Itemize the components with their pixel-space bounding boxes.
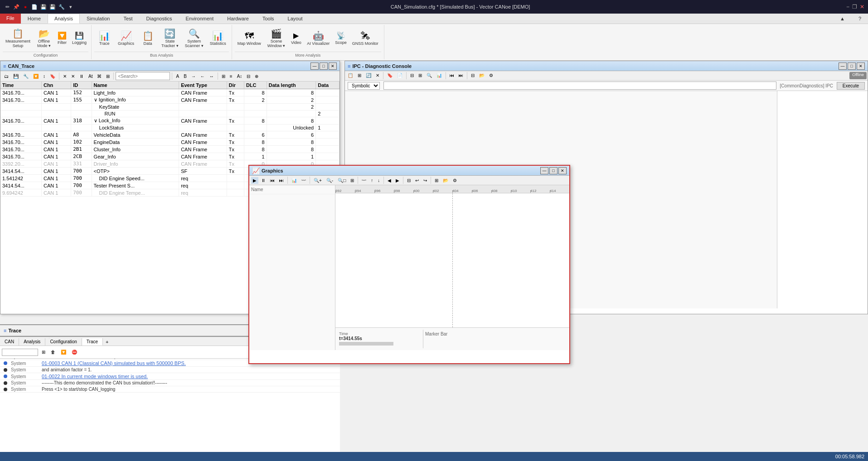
- open-icon[interactable]: 📄: [31, 3, 38, 10]
- ipc-tb3[interactable]: 🔄: [364, 72, 373, 79]
- ipc-tb10[interactable]: 📊: [435, 72, 444, 79]
- tb-at[interactable]: At: [87, 73, 94, 80]
- ipc-tb5[interactable]: 🔖: [385, 72, 394, 79]
- ipc-tb4[interactable]: ✕: [374, 72, 381, 79]
- ipc-tb14[interactable]: 📂: [477, 72, 486, 79]
- ipc-tb13[interactable]: ⊟: [469, 72, 476, 79]
- tb-arrows[interactable]: ↔: [208, 73, 216, 80]
- more-icon[interactable]: ▾: [67, 3, 74, 10]
- restore-btn[interactable]: ❐: [852, 4, 857, 10]
- tb-more[interactable]: ⊕: [253, 73, 260, 80]
- save-icon[interactable]: 💾: [40, 3, 47, 10]
- tab-environment[interactable]: Environment: [179, 14, 220, 24]
- table-row[interactable]: 3416.70...CAN 1318∨ Lock_InfoCAN FrameTx…: [0, 117, 339, 125]
- g-tb19[interactable]: ⊞: [433, 177, 440, 184]
- tb-b[interactable]: B: [182, 73, 189, 80]
- ipc-tb12[interactable]: ⏭: [457, 72, 465, 79]
- table-row[interactable]: 3416.70...CAN 12B1Cluster_InfoCAN FrameT…: [0, 146, 339, 153]
- table-row[interactable]: 3416.70...CAN 1102EngineDataCAN FrameTx8…: [0, 139, 339, 146]
- g-tb6[interactable]: 〰: [300, 177, 308, 184]
- graphics-maximize[interactable]: □: [549, 167, 558, 174]
- tb-pause[interactable]: ⏸: [78, 73, 86, 80]
- ipc-tb11[interactable]: ⏮: [448, 72, 456, 79]
- trace-btm-tb2[interactable]: 🗑: [49, 349, 57, 355]
- can-trace-close[interactable]: ✕: [329, 62, 337, 70]
- tab-home[interactable]: Home: [21, 14, 48, 24]
- gnss-monitor-btn[interactable]: 🛰 GNSS Monitor: [349, 29, 381, 48]
- ipc-maximize[interactable]: □: [848, 62, 856, 70]
- trace-btm-tb1[interactable]: ⊞: [40, 349, 47, 355]
- tb-delete2[interactable]: ✕: [69, 73, 77, 80]
- g-tb5[interactable]: 📊: [290, 177, 299, 184]
- graphics-btn[interactable]: 📈 Graphics: [115, 29, 137, 48]
- save-as-icon[interactable]: 💾: [49, 3, 56, 10]
- g-tb8[interactable]: 🔍-: [325, 177, 335, 184]
- tb-config[interactable]: 🔧: [21, 73, 30, 80]
- tool-icon[interactable]: 🔧: [58, 3, 65, 10]
- tab-simulation[interactable]: Simulation: [80, 14, 116, 24]
- collapse-ribbon[interactable]: ▲: [833, 14, 852, 24]
- ipc-search-input[interactable]: [383, 82, 776, 90]
- trace-btm-tab-analysis[interactable]: Analysis: [19, 338, 45, 346]
- ipc-tb7[interactable]: ⊟: [408, 72, 416, 79]
- can-trace-minimize[interactable]: —: [310, 62, 319, 70]
- measurement-setup-btn[interactable]: 📋 MeasurementSetup: [3, 27, 33, 50]
- trace-btm-tb4[interactable]: ⛔: [70, 349, 79, 355]
- table-row[interactable]: KeyState2: [0, 104, 339, 110]
- g-tb20[interactable]: 📂: [441, 177, 450, 184]
- tb-delete[interactable]: ✕: [61, 73, 68, 80]
- scope-btn[interactable]: 📡 Scope: [333, 31, 349, 46]
- ipc-tb2[interactable]: ⊞: [356, 72, 363, 79]
- trace-btn[interactable]: 📊 Trace: [94, 29, 114, 48]
- trace-btm-tab-configuration[interactable]: Configuration: [45, 338, 82, 346]
- record-icon[interactable]: ●: [22, 3, 29, 10]
- g-tb4[interactable]: ⏭: [277, 177, 286, 184]
- g-tb15[interactable]: ▶: [394, 177, 401, 184]
- g-tb12[interactable]: ↑: [369, 177, 375, 184]
- ipc-minimize[interactable]: —: [839, 62, 847, 70]
- tab-tools[interactable]: Tools: [256, 14, 281, 24]
- g-tb1[interactable]: ▶: [251, 177, 258, 184]
- new-icon[interactable]: ✏: [4, 3, 11, 10]
- output-link[interactable]: 01-0022 In current mode windows timer is…: [42, 374, 148, 379]
- help-btn[interactable]: ?: [852, 14, 868, 24]
- ipc-tb9[interactable]: 🔍: [425, 72, 434, 79]
- trace-btm-add-tab[interactable]: +: [103, 338, 111, 346]
- g-tb13[interactable]: ↓: [376, 177, 382, 184]
- graphics-minimize[interactable]: —: [540, 167, 548, 174]
- statistics-btn[interactable]: 📊 Statistics: [207, 29, 229, 48]
- g-tb9[interactable]: 🔍□: [336, 177, 348, 184]
- scene-window-btn[interactable]: 🎬 SceneWindow ▾: [265, 27, 288, 50]
- search-input[interactable]: [116, 72, 170, 80]
- tb-filter2[interactable]: 🔽: [31, 73, 40, 80]
- tab-layout[interactable]: Layout: [281, 14, 310, 24]
- g-tb14[interactable]: ◀: [386, 177, 393, 184]
- trace-search[interactable]: [2, 349, 38, 356]
- ipc-tb8[interactable]: ⊞: [417, 72, 424, 79]
- video-btn[interactable]: ▶ Video: [289, 31, 303, 46]
- trace-btm-tab-trace[interactable]: Trace: [82, 338, 103, 346]
- g-tb21[interactable]: ⚙: [451, 177, 459, 184]
- close-btn[interactable]: ✕: [860, 4, 864, 10]
- system-scanner-btn[interactable]: 🔍 SystemScanner ▾: [182, 27, 206, 50]
- g-tb10[interactable]: ⊞: [349, 177, 356, 184]
- trace-btm-tab-can[interactable]: CAN: [0, 338, 19, 346]
- can-trace-maximize[interactable]: □: [320, 62, 328, 70]
- ipc-tb1[interactable]: 📋: [346, 72, 355, 79]
- tb-arrow-right[interactable]: →: [189, 73, 198, 80]
- g-tb17[interactable]: ↩: [413, 177, 421, 184]
- tb-a[interactable]: A: [174, 73, 181, 80]
- tb-clear[interactable]: 🗂: [2, 73, 10, 80]
- table-row[interactable]: 3416.70...CAN 1152Light_InfoCAN FrameTx8…: [0, 89, 339, 96]
- g-tb3[interactable]: ⏮: [268, 177, 276, 184]
- tb-copy[interactable]: ⊞: [220, 73, 227, 80]
- tb-save[interactable]: 💾: [11, 73, 20, 80]
- execute-btn[interactable]: Execute: [837, 82, 865, 90]
- tb-align[interactable]: ⊟: [245, 73, 252, 80]
- tb-format[interactable]: ≡: [228, 73, 234, 80]
- output-link[interactable]: 01-0003 CAN 1 (Classical CAN) simulated …: [42, 360, 186, 366]
- g-tb2[interactable]: ⏸: [259, 177, 267, 184]
- filter-btn[interactable]: 🔽 Filter: [55, 31, 69, 46]
- table-row[interactable]: 3416.70...CAN 1A8VehicleDataCAN FrameTx6…: [0, 131, 339, 139]
- map-window-btn[interactable]: 🗺 Map Window: [235, 29, 264, 48]
